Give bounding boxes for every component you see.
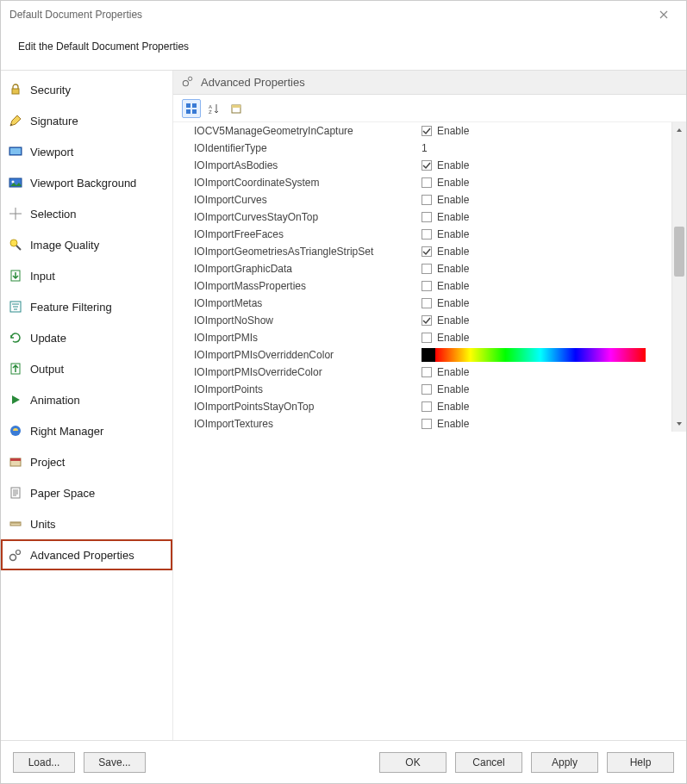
property-row[interactable]: IOImportPointsStayOnTopEnable <box>194 398 671 415</box>
property-row[interactable]: IOImportTexturesEnable <box>194 415 671 432</box>
checkbox[interactable] <box>422 401 432 412</box>
property-name: IOImportCurves <box>194 194 422 206</box>
help-button[interactable]: Help <box>607 752 674 773</box>
sidebar-item-animation[interactable]: Animation <box>1 384 172 415</box>
property-value-label: Enable <box>437 314 469 327</box>
sidebar-item-security[interactable]: Security <box>1 74 172 105</box>
sidebar-item-project[interactable]: Project <box>1 446 172 477</box>
checkbox[interactable] <box>422 177 432 188</box>
checkbox[interactable] <box>422 384 432 395</box>
cancel-button[interactable]: Cancel <box>455 752 522 773</box>
property-pages-button[interactable] <box>227 99 246 118</box>
property-row[interactable]: IOImportPMIsEnable <box>194 329 671 346</box>
checkbox[interactable] <box>422 160 432 171</box>
scroll-thumb[interactable] <box>674 227 684 277</box>
property-row[interactable]: IOImportGraphicDataEnable <box>194 260 671 277</box>
property-row[interactable]: IOCV5ManageGeometryInCaptureEnable <box>194 122 671 140</box>
property-value[interactable]: Enable <box>422 314 671 327</box>
property-value[interactable]: Enable <box>422 159 671 171</box>
save-button[interactable]: Save... <box>84 752 146 773</box>
apply-button[interactable]: Apply <box>531 752 598 773</box>
sidebar-item-advanced-properties[interactable]: Advanced Properties <box>1 539 172 570</box>
checkbox[interactable] <box>422 281 432 291</box>
property-value[interactable]: Enable <box>422 211 671 223</box>
sidebar-item-feature-filtering[interactable]: Feature Filtering <box>1 291 172 322</box>
gears-icon <box>182 75 194 90</box>
property-row[interactable]: IOImportCurvesEnable <box>194 191 671 208</box>
property-row[interactable]: IOImportCoordinateSystemEnable <box>194 174 671 191</box>
property-value[interactable]: Enable <box>422 177 671 189</box>
sidebar-item-label: Units <box>30 518 56 531</box>
property-value[interactable]: Enable <box>422 228 671 240</box>
property-value[interactable]: Enable <box>422 246 671 258</box>
sidebar-item-output[interactable]: Output <box>1 353 172 384</box>
checkbox[interactable] <box>422 126 432 136</box>
property-name: IOImportNoShow <box>194 314 422 327</box>
property-row[interactable]: IOImportNoShowEnable <box>194 312 671 329</box>
sidebar-item-signature[interactable]: Signature <box>1 105 172 136</box>
sidebar-item-paper-space[interactable]: Paper Space <box>1 477 172 508</box>
checkbox[interactable] <box>422 315 432 326</box>
checkbox[interactable] <box>422 229 432 240</box>
property-row[interactable]: IOImportPMIsOverrideColorEnable <box>194 364 671 381</box>
property-value-label: Enable <box>437 332 469 344</box>
categorized-button[interactable] <box>182 99 201 118</box>
checkbox[interactable] <box>422 195 432 205</box>
property-value[interactable]: Enable <box>422 401 671 413</box>
scroll-track[interactable] <box>672 137 686 417</box>
load-button[interactable]: Load... <box>13 752 75 773</box>
property-row[interactable]: IOImportMetasEnable <box>194 295 671 312</box>
property-value[interactable] <box>422 348 671 362</box>
property-value[interactable]: Enable <box>422 297 671 309</box>
property-value[interactable]: Enable <box>422 280 671 292</box>
svg-rect-0 <box>12 89 19 94</box>
property-value[interactable]: Enable <box>422 263 671 275</box>
property-value-label: Enable <box>437 211 469 223</box>
sidebar-item-label: Security <box>30 84 71 96</box>
sidebar-item-units[interactable]: Units <box>1 508 172 539</box>
checkbox[interactable] <box>422 333 432 343</box>
property-value[interactable]: Enable <box>422 366 671 378</box>
property-row[interactable]: IOImportAsBodiesEnable <box>194 157 671 174</box>
checkbox[interactable] <box>422 367 432 377</box>
property-value[interactable]: Enable <box>422 383 671 395</box>
rights-icon <box>8 423 23 439</box>
property-row[interactable]: IOImportGeometriesAsTriangleStripSetEnab… <box>194 243 671 260</box>
property-row[interactable]: IOImportPointsEnable <box>194 381 671 398</box>
sidebar-item-input[interactable]: Input <box>1 260 172 291</box>
sidebar-item-selection[interactable]: Selection <box>1 198 172 229</box>
scrollbar[interactable] <box>671 122 686 432</box>
sidebar-item-viewport-background[interactable]: Viewport Background <box>1 167 172 198</box>
property-row[interactable]: IOIdentifierType1 <box>194 140 671 157</box>
close-button[interactable] <box>650 1 678 28</box>
property-value[interactable]: Enable <box>422 332 671 344</box>
sidebar-item-right-manager[interactable]: Right Manager <box>1 415 172 446</box>
property-row[interactable]: IOImportCurvesStayOnTopEnable <box>194 208 671 226</box>
checkbox[interactable] <box>422 298 432 308</box>
sidebar-item-viewport[interactable]: Viewport <box>1 136 172 167</box>
svg-point-14 <box>10 555 16 561</box>
svg-point-5 <box>10 240 17 246</box>
grid-wrap: IOCV5ManageGeometryInCaptureEnableIOIden… <box>173 122 686 432</box>
checkbox[interactable] <box>422 264 432 274</box>
property-row[interactable]: IOImportMassPropertiesEnable <box>194 277 671 295</box>
property-row[interactable]: IOImportFreeFacesEnable <box>194 226 671 243</box>
alphabetical-button[interactable]: AZ <box>204 99 223 118</box>
property-value[interactable]: Enable <box>422 418 671 430</box>
checkbox[interactable] <box>422 419 432 429</box>
checkbox[interactable] <box>422 212 432 222</box>
sidebar-item-image-quality[interactable]: Image Quality <box>1 229 172 260</box>
property-value[interactable]: 1 <box>422 142 671 154</box>
property-row[interactable]: IOImportPMIsOverriddenColor <box>194 346 671 364</box>
scroll-up-button[interactable] <box>672 122 686 137</box>
sidebar-item-update[interactable]: Update <box>1 322 172 353</box>
checkbox[interactable] <box>422 246 432 257</box>
property-value-label: Enable <box>437 401 469 413</box>
svg-rect-2 <box>10 148 21 154</box>
property-value[interactable]: Enable <box>422 194 671 206</box>
lock-icon <box>8 82 23 97</box>
color-spectrum[interactable] <box>422 348 646 362</box>
scroll-down-button[interactable] <box>672 417 686 432</box>
property-value[interactable]: Enable <box>422 125 671 137</box>
ok-button[interactable]: OK <box>379 752 447 773</box>
